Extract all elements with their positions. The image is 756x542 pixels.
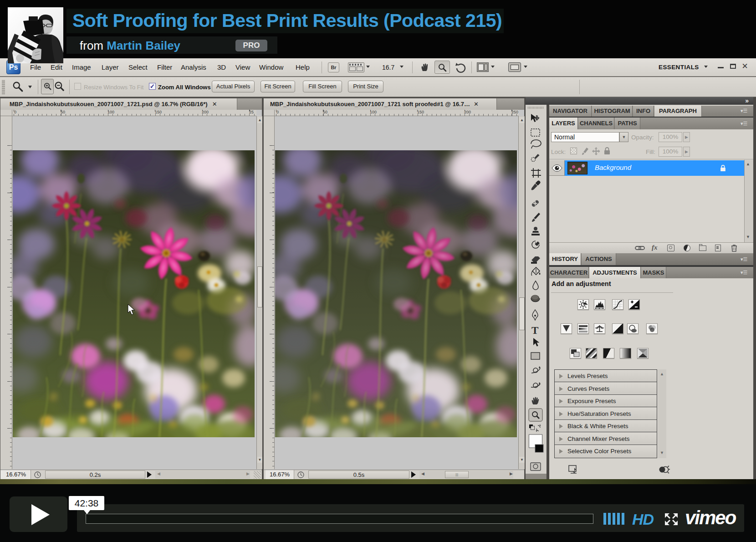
svg-text:T: T: [531, 325, 538, 336]
